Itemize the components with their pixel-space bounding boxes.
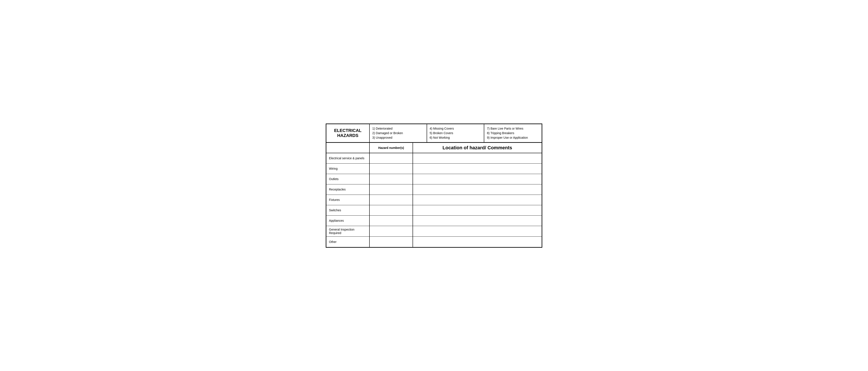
- title-line1: ELECTRICAL: [334, 128, 362, 133]
- hazard-item-4: 4) Missing Covers: [430, 126, 482, 131]
- table-row: General Inspection Required: [327, 226, 541, 237]
- hazard-item-5: 5) Broken Covers: [430, 131, 482, 136]
- row-hazard-number[interactable]: [370, 226, 413, 236]
- header-row: ELECTRICAL HAZARDS 1) Deteriorated 2) Da…: [327, 124, 541, 143]
- row-hazard-number[interactable]: [370, 153, 413, 163]
- row-comments[interactable]: [413, 205, 541, 216]
- electrical-hazards-table: ELECTRICAL HAZARDS 1) Deteriorated 2) Da…: [326, 123, 542, 248]
- row-label: Wiring: [327, 164, 370, 174]
- hazard-item-7: 7) Bare Live Parts or Wires: [487, 126, 539, 131]
- row-comments[interactable]: [413, 195, 541, 205]
- row-label: Appliances: [327, 216, 370, 226]
- table-row: Appliances: [327, 216, 541, 226]
- table-row: Wiring: [327, 164, 541, 174]
- row-comments[interactable]: [413, 226, 541, 236]
- hazard-item-2: 2) Damaged or Broken: [372, 131, 424, 136]
- row-hazard-number[interactable]: [370, 195, 413, 205]
- data-rows: Electrical service & panelsWiringOutlets…: [327, 153, 541, 247]
- subheader-hazard-numbers: Hazard number(s): [370, 143, 413, 153]
- row-hazard-number[interactable]: [370, 205, 413, 216]
- hazard-col1: 1) Deteriorated 2) Damaged or Broken 3) …: [370, 124, 427, 142]
- row-label: Receptacles: [327, 184, 370, 195]
- row-hazard-number[interactable]: [370, 174, 413, 184]
- row-label: Switches: [327, 205, 370, 216]
- table-row: Receptacles: [327, 184, 541, 195]
- hazard-item-3: 3) Unapproved: [372, 136, 424, 140]
- row-label: Fixtures: [327, 195, 370, 205]
- row-comments[interactable]: [413, 164, 541, 174]
- table-row: Switches: [327, 205, 541, 216]
- title-line2: HAZARDS: [337, 133, 359, 138]
- subheader-location-comments: Location of hazard/ Comments: [413, 143, 541, 153]
- row-hazard-number[interactable]: [370, 184, 413, 195]
- row-comments[interactable]: [413, 237, 541, 247]
- hazard-item-1: 1) Deteriorated: [372, 126, 424, 131]
- subheader-empty: [327, 143, 370, 153]
- subheader-row: Hazard number(s) Location of hazard/ Com…: [327, 143, 541, 153]
- row-hazard-number[interactable]: [370, 216, 413, 226]
- row-comments[interactable]: [413, 216, 541, 226]
- hazard-col3: 7) Bare Live Parts or Wires 8) Tripping …: [484, 124, 541, 142]
- hazard-item-6: 6) Not Working: [430, 136, 482, 140]
- row-comments[interactable]: [413, 184, 541, 195]
- table-title: ELECTRICAL HAZARDS: [327, 124, 370, 142]
- row-label: General Inspection Required: [327, 226, 370, 236]
- table-row: Electrical service & panels: [327, 153, 541, 164]
- row-comments[interactable]: [413, 174, 541, 184]
- table-row: Fixtures: [327, 195, 541, 205]
- row-label: Outlets: [327, 174, 370, 184]
- hazard-col2: 4) Missing Covers 5) Broken Covers 6) No…: [427, 124, 485, 142]
- row-label: Other: [327, 237, 370, 247]
- hazard-item-8: 8) Tripping Breakers: [487, 131, 539, 136]
- hazard-item-9: 9) Improper Use or Application: [487, 136, 539, 140]
- row-hazard-number[interactable]: [370, 237, 413, 247]
- row-comments[interactable]: [413, 153, 541, 163]
- table-row: Other: [327, 237, 541, 247]
- row-hazard-number[interactable]: [370, 164, 413, 174]
- row-label: Electrical service & panels: [327, 153, 370, 163]
- table-row: Outlets: [327, 174, 541, 184]
